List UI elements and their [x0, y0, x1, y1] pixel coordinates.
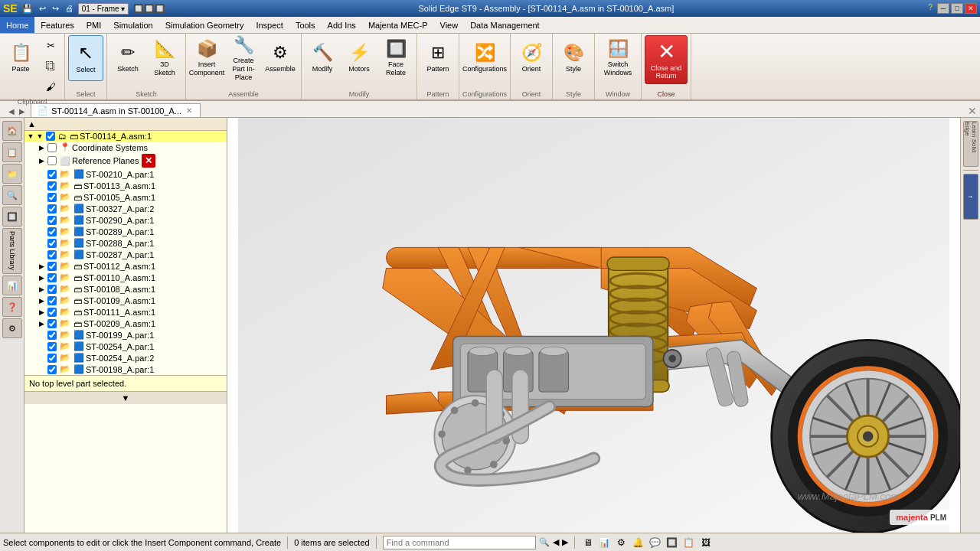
insert-component-button[interactable]: 📦 InsertComponent — [189, 35, 224, 81]
status-icon-6[interactable]: 🔲 — [665, 536, 679, 549]
minimize-button[interactable]: ─ — [937, 3, 949, 14]
st00209-checkbox[interactable] — [47, 319, 57, 328]
st00109-expand[interactable]: ▶ — [37, 297, 46, 305]
motors-button[interactable]: ⚡ Motors — [341, 35, 377, 81]
root-expand2[interactable]: ▼ — [35, 132, 44, 140]
close-button[interactable]: ✕ — [965, 3, 977, 14]
st00254-1-expand[interactable] — [37, 343, 46, 350]
st00209-expand[interactable]: ▶ — [37, 320, 46, 328]
menu-majenta[interactable]: Majenta MEC-P — [362, 17, 434, 33]
st00290-expand[interactable] — [37, 217, 46, 224]
tree-root-item[interactable]: ▼ ▼ 🗂 🗃 ST-00114_A.asm:1 — [24, 131, 227, 142]
cut-button[interactable]: ✂ — [40, 35, 61, 55]
nav-prev-icon[interactable]: ◀ — [553, 537, 559, 547]
assemble-button[interactable]: ⚙ Assemble — [263, 35, 298, 81]
parts-panel-btn[interactable]: Parts Library — [2, 228, 22, 274]
menu-features[interactable]: Features — [34, 17, 80, 33]
status-icon-5[interactable]: 💬 — [648, 536, 662, 549]
status-cmd[interactable]: 🔍 ◀ ▶ — [383, 536, 568, 549]
tree-collapse-button[interactable]: ▼ — [24, 391, 227, 404]
st00105-checkbox[interactable] — [47, 193, 57, 202]
status-icon-1[interactable]: 🖥 — [581, 536, 595, 549]
st00110-expand[interactable]: ▶ — [37, 274, 46, 282]
tree-st00199-item[interactable]: 📂 🟦 ST-00199_A.par:1 — [24, 329, 227, 341]
tree-st00112-item[interactable]: ▶ 📂 🗃 ST-00112_A.asm:1 — [24, 260, 227, 272]
tree-st00289-item[interactable]: 📂 🟦 ST-00289_A.par:1 — [24, 226, 227, 237]
nav-back[interactable]: ◀ — [6, 107, 17, 116]
format-button[interactable]: 🖌 — [40, 77, 61, 96]
root-expand[interactable]: ▼ — [26, 132, 35, 140]
folder-panel-btn[interactable]: 📁 — [2, 164, 22, 184]
tree-st00290-item[interactable]: 📂 🟦 ST-00290_A.par:1 — [24, 214, 227, 226]
root-checkbox[interactable] — [46, 132, 55, 141]
st00287-expand[interactable] — [37, 251, 46, 259]
menu-tools[interactable]: Tools — [289, 17, 322, 33]
st00289-checkbox[interactable] — [47, 227, 57, 236]
st00198-checkbox[interactable] — [47, 365, 57, 374]
tree-st00287-item[interactable]: 📂 🟦 ST-00287_A.par:1 — [24, 249, 227, 260]
tree-st00198-item[interactable]: 📂 🟦 ST-00198_A.par:1 — [24, 364, 227, 375]
switch-windows-button[interactable]: 🪟 Switch Windows — [598, 35, 638, 81]
st00288-expand[interactable] — [37, 240, 46, 247]
quick-print-icon[interactable]: 🖨 — [64, 4, 75, 13]
3d-sketch-button[interactable]: 📐 3D Sketch — [147, 35, 182, 81]
st00199-checkbox[interactable] — [47, 331, 57, 340]
st00111-expand[interactable]: ▶ — [37, 308, 46, 316]
status-icon-4[interactable]: 🔔 — [632, 536, 645, 549]
menu-simulation-geometry[interactable]: Simulation Geometry — [159, 17, 250, 33]
menu-inspect[interactable]: Inspect — [250, 17, 289, 33]
tree-st00210-item[interactable]: 📂 🟦 ST-00210_A.par:1 — [24, 168, 227, 180]
st00254-1-checkbox[interactable] — [47, 342, 57, 351]
status-icon-7[interactable]: 📋 — [682, 536, 696, 549]
st00113-expand[interactable] — [37, 182, 46, 190]
st00111-checkbox[interactable] — [47, 308, 57, 317]
tree-refplanes-item[interactable]: ▶ ⬜ Reference Planes ✕ — [24, 153, 227, 168]
menu-addins[interactable]: Add Ins — [322, 17, 362, 33]
nav-next-icon[interactable]: ▶ — [562, 537, 568, 547]
clipboard-panel-btn[interactable]: 📋 — [2, 142, 22, 162]
tree-st00327-item[interactable]: 📂 🟦 ST-00327_A.par:2 — [24, 203, 227, 214]
select-button[interactable]: ↖ Select — [68, 35, 103, 81]
restore-button[interactable]: □ — [951, 3, 963, 14]
quick-undo-icon[interactable]: ↩ — [38, 4, 47, 14]
st00108-checkbox[interactable] — [47, 285, 57, 294]
main-tab[interactable]: 📄 ST-00114_A.asm in ST-00100_A... ✕ — [31, 103, 201, 117]
tree-st00254-1-item[interactable]: 📂 🟦 ST-00254_A.par:1 — [24, 341, 227, 352]
tree-coord-item[interactable]: ▶ 📍 Coordinate Systems — [24, 142, 227, 153]
quick-save-icon[interactable]: 💾 — [21, 4, 34, 14]
learn-edge-button[interactable]: Learn Solid Edge — [963, 121, 978, 167]
st00199-expand[interactable] — [37, 331, 46, 339]
orient-button[interactable]: 🧭 Orient — [514, 35, 549, 81]
menu-simulation[interactable]: Simulation — [107, 17, 158, 33]
st00108-expand[interactable]: ▶ — [37, 285, 46, 293]
st00327-checkbox[interactable] — [47, 204, 57, 214]
menu-home[interactable]: Home — [0, 17, 34, 33]
create-part-button[interactable]: 🔧 Create Part In-Place — [226, 35, 261, 81]
home-panel-btn[interactable]: 🏠 — [2, 121, 22, 141]
quick-redo-icon[interactable]: ↪ — [51, 4, 60, 14]
st00290-checkbox[interactable] — [47, 216, 57, 225]
menu-view[interactable]: View — [434, 17, 465, 33]
paste-button[interactable]: 📋 Paste — [3, 35, 38, 81]
st00112-expand[interactable]: ▶ — [37, 262, 46, 270]
window-controls[interactable]: ? ─ □ ✕ — [925, 3, 977, 14]
st00254-2-checkbox[interactable] — [47, 354, 57, 363]
tree-st00111-item[interactable]: ▶ 📂 🗃 ST-00111_A.asm:1 — [24, 306, 227, 318]
configurations-button[interactable]: 🔀 Configurations — [462, 35, 507, 81]
tree-st00288-item[interactable]: 📂 🟦 ST-00288_A.par:1 — [24, 237, 227, 249]
st00109-checkbox[interactable] — [47, 296, 57, 305]
menu-pmi[interactable]: PMI — [80, 17, 108, 33]
status-icon-3[interactable]: ⚙ — [615, 536, 629, 549]
refplanes-expand[interactable]: ▶ — [37, 157, 46, 165]
st00198-expand[interactable] — [37, 366, 46, 373]
style-button[interactable]: 🎨 Style — [556, 35, 591, 81]
settings-panel-btn[interactable]: ⚙ — [2, 318, 22, 338]
coord-checkbox[interactable] — [47, 143, 57, 152]
refplanes-checkbox[interactable] — [47, 156, 57, 165]
menu-data-management[interactable]: Data Management — [464, 17, 546, 33]
help-panel-btn[interactable]: ❓ — [2, 297, 22, 317]
st00113-checkbox[interactable] — [47, 181, 57, 191]
modify-button[interactable]: 🔨 Modify — [305, 35, 340, 81]
st00110-checkbox[interactable] — [47, 273, 57, 282]
status-icon-2[interactable]: 📊 — [598, 536, 612, 549]
